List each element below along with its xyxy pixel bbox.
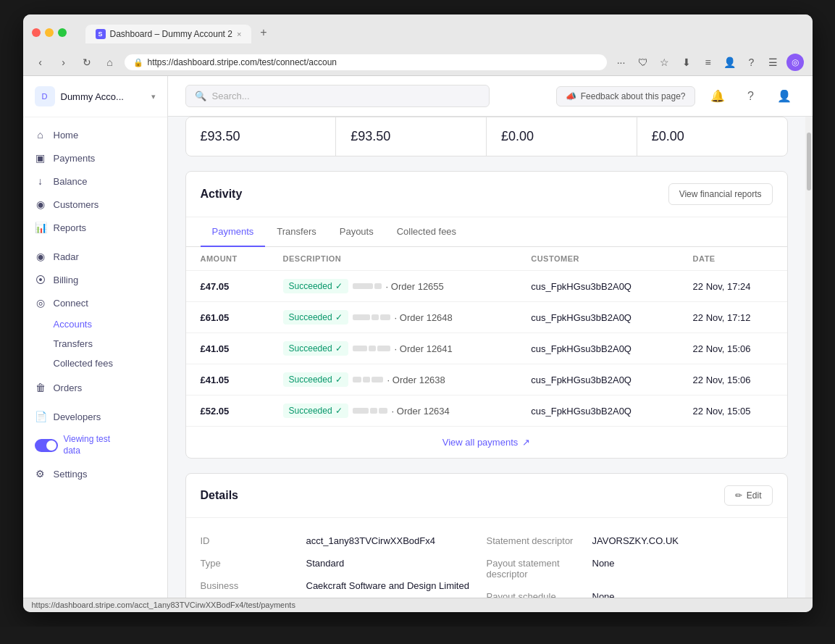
balance-cell-4: £0.00 <box>637 117 787 156</box>
details-title: Details <box>201 489 238 502</box>
browser-tabs: S Dashboard – Dummy Account 2 × + <box>85 22 274 43</box>
detail-label: Business <box>201 580 295 591</box>
payment-customer: cus_FpkHGsu3bB2A0Q <box>516 396 678 427</box>
tab-payouts[interactable]: Payouts <box>328 217 385 247</box>
tab-title: Dashboard – Dummy Account 2 <box>110 29 232 39</box>
sidebar-item-connect[interactable]: ◎ Connect <box>23 291 167 314</box>
activity-section: Activity View financial reports Payments… <box>185 171 788 459</box>
account-icon: D <box>35 86 55 106</box>
active-tab[interactable]: S Dashboard – Dummy Account 2 × <box>85 25 252 43</box>
check-icon: ✓ <box>335 406 343 416</box>
address-bar[interactable]: 🔒 https://dashboard.stripe.com/test/conn… <box>125 54 607 70</box>
menu-icon[interactable]: ☰ <box>765 54 782 71</box>
new-tab-button[interactable]: + <box>253 22 274 43</box>
scrollbar[interactable] <box>805 117 813 598</box>
sidebar-item-radar[interactable]: ◉ Radar <box>23 245 167 268</box>
bookmark-icon[interactable]: 🛡 <box>634 54 652 71</box>
table-row[interactable]: £41.05 Succeeded ✓ <box>186 333 787 364</box>
payment-date: 22 Nov, 15:06 <box>679 333 787 364</box>
table-row[interactable]: £52.05 Succeeded ✓ <box>186 396 787 427</box>
details-left-column: ID acct_1any83TVCirwXXBodFx4 Type Standa… <box>201 530 487 598</box>
status-text: Succeeded <box>289 343 332 354</box>
more-button[interactable]: ··· <box>613 54 630 71</box>
sidebar-item-label: Balance <box>54 176 88 187</box>
sidebar-sub-item-collected-fees[interactable]: Collected fees <box>23 354 167 373</box>
sidebar-item-settings[interactable]: ⚙ Settings <box>23 462 167 485</box>
tab-transfers[interactable]: Transfers <box>265 217 327 247</box>
payment-amount: £61.05 <box>186 302 269 333</box>
url-text: https://dashboard.stripe.com/test/connec… <box>148 57 337 67</box>
browser-window: S Dashboard – Dummy Account 2 × + ‹ › ↻ … <box>23 14 813 612</box>
help-icon[interactable]: ? <box>743 54 760 71</box>
payment-date: 22 Nov, 15:06 <box>679 364 787 396</box>
security-icon: 🔒 <box>133 58 143 67</box>
amount-value: £52.05 <box>201 406 230 417</box>
profile-icon[interactable]: 👤 <box>721 54 739 71</box>
table-row[interactable]: £41.05 Succeeded ✓ <box>186 364 787 396</box>
table-row[interactable]: £61.05 Succeeded ✓ <box>186 302 787 333</box>
account-switcher[interactable]: D Dummy Acco... ▾ <box>23 76 167 117</box>
sidebar-item-payments[interactable]: ▣ Payments <box>23 146 167 170</box>
home-button[interactable]: ⌂ <box>101 54 119 71</box>
redacted-block <box>353 283 373 289</box>
sidebar-item-orders[interactable]: 🗑 Orders <box>23 376 167 399</box>
view-financial-reports-button[interactable]: View financial reports <box>668 183 773 205</box>
refresh-button[interactable]: ↻ <box>78 54 96 71</box>
redacted-block <box>372 314 379 320</box>
chevron-down-icon: ▾ <box>151 92 156 101</box>
maximize-button[interactable] <box>58 28 67 37</box>
status-text: Succeeded <box>289 312 332 322</box>
scrollbar-thumb[interactable] <box>807 133 811 191</box>
statusbar-url: https://dashboard.stripe.com/acct_1any83… <box>32 601 295 609</box>
search-bar[interactable]: 🔍 Search... <box>185 85 490 107</box>
test-data-toggle[interactable]: Viewing testdata <box>23 428 167 462</box>
billing-icon: ⦿ <box>35 274 46 285</box>
sidebar-item-billing[interactable]: ⦿ Billing <box>23 268 167 291</box>
feedback-button[interactable]: 📣 Feedback about this page? <box>556 86 695 106</box>
order-text: · Order 12648 <box>395 312 453 323</box>
download-icon[interactable]: ⬇ <box>678 54 695 71</box>
sidebar-sub-item-transfers[interactable]: Transfers <box>23 334 167 354</box>
accounts-label: Accounts <box>54 319 92 330</box>
payments-table: AMOUNT DESCRIPTION CUSTOMER DATE <box>186 247 787 426</box>
browser-statusbar: https://dashboard.stripe.com/acct_1any83… <box>23 598 813 612</box>
close-button[interactable] <box>32 28 41 37</box>
balance-value-4: £0.00 <box>652 129 773 144</box>
main-area: 🔍 Search... 📣 Feedback about this page? … <box>168 76 813 598</box>
toggle-switch[interactable] <box>35 439 58 452</box>
balance-value-3: £0.00 <box>501 129 622 144</box>
search-icon: 🔍 <box>195 91 206 101</box>
tab-close-icon[interactable]: × <box>237 30 241 38</box>
check-icon: ✓ <box>335 343 343 354</box>
minimize-button[interactable] <box>45 28 54 37</box>
transfers-label: Transfers <box>54 338 93 349</box>
amount-value: £41.05 <box>201 343 230 354</box>
profile-button[interactable]: 👤 <box>773 85 795 107</box>
sidebar-item-developers[interactable]: 📄 Developers <box>23 405 167 428</box>
edit-button[interactable]: ✏ Edit <box>724 485 773 506</box>
table-row[interactable]: £47.05 Succeeded ✓ <box>186 271 787 302</box>
star-icon[interactable]: ☆ <box>656 54 674 71</box>
order-text: · Order 12634 <box>392 406 450 417</box>
forward-button[interactable]: › <box>55 54 72 71</box>
sidebar-item-customers[interactable]: ◉ Customers <box>23 193 167 216</box>
library-icon[interactable]: ≡ <box>700 54 717 71</box>
balance-icon: ↓ <box>35 175 46 187</box>
sidebar-sub-item-accounts[interactable]: Accounts <box>23 314 167 334</box>
sidebar-item-balance[interactable]: ↓ Balance <box>23 170 167 193</box>
view-all-payments-link[interactable]: View all payments ↗ <box>186 426 787 458</box>
activity-tabs: Payments Transfers Payouts Collected fee… <box>186 217 787 247</box>
tab-collected-fees[interactable]: Collected fees <box>385 217 468 247</box>
help-button[interactable]: ? <box>740 85 762 107</box>
back-button[interactable]: ‹ <box>32 54 49 71</box>
payments-table-body: £47.05 Succeeded ✓ <box>186 271 787 427</box>
sidebar-item-reports[interactable]: 📊 Reports <box>23 216 167 239</box>
detail-payout-statement-value: None <box>592 558 615 580</box>
sidebar-item-home[interactable]: ⌂ Home <box>23 123 167 146</box>
main-content: £93.50 £93.50 £0.00 £0.00 <box>168 117 805 598</box>
detail-label: Type <box>201 558 295 569</box>
tab-payments[interactable]: Payments <box>201 217 266 247</box>
amount-value: £61.05 <box>201 312 230 323</box>
notifications-button[interactable]: 🔔 <box>707 85 729 107</box>
user-avatar[interactable]: ◎ <box>786 54 804 71</box>
